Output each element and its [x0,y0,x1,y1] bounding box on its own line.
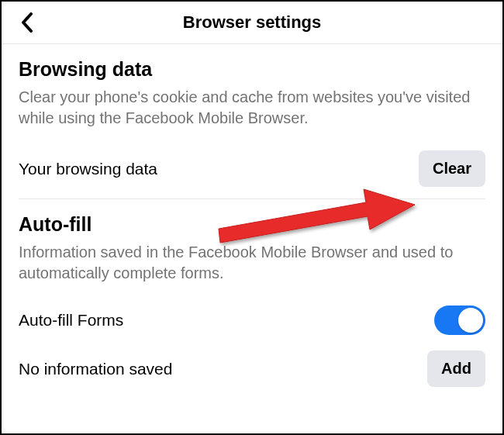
content: Browsing data Clear your phone's cookie … [2,44,502,395]
autofill-section: Auto-fill Information saved in the Faceb… [19,213,485,395]
chevron-left-icon [21,12,33,33]
browsing-data-description: Clear your phone's cookie and cache from… [19,87,485,129]
autofill-title: Auto-fill [19,213,485,236]
autofill-forms-toggle[interactable] [434,306,485,335]
browsing-data-title: Browsing data [19,58,485,81]
back-button[interactable] [16,11,39,34]
browsing-data-section: Browsing data Clear your phone's cookie … [19,58,485,195]
divider [19,199,485,199]
header: Browser settings [2,2,502,44]
browsing-data-label: Your browsing data [19,160,157,178]
autofill-forms-row: Auto-fill Forms [19,298,485,343]
browsing-data-row: Your browsing data Clear [19,143,485,195]
page-title: Browser settings [183,12,322,33]
autofill-info-label: No information saved [19,360,172,378]
autofill-forms-label: Auto-fill Forms [19,311,123,330]
clear-button[interactable]: Clear [419,150,485,187]
add-button[interactable]: Add [427,350,485,387]
autofill-description: Information saved in the Facebook Mobile… [19,242,485,284]
autofill-info-row: No information saved Add [19,343,485,395]
toggle-knob [458,308,483,333]
